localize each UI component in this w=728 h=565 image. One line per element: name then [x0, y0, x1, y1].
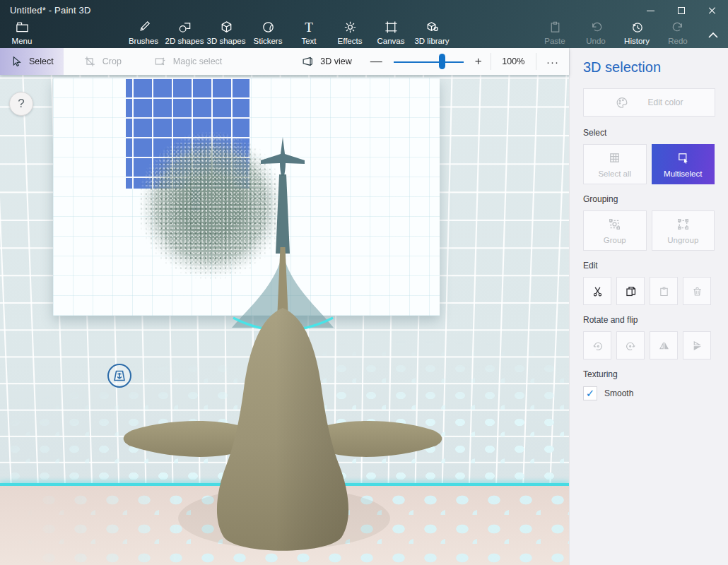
flip-horizontal-icon	[658, 340, 670, 352]
zoom-in-button[interactable]: +	[466, 54, 491, 69]
zoom-level-button[interactable]: 100%	[491, 56, 536, 66]
redo-icon	[671, 20, 686, 35]
tab-effects[interactable]: Effects	[328, 20, 372, 45]
titlebar: Untitled* - Paint 3D Menu Brushes 2D sha…	[0, 0, 728, 48]
2d-shapes-icon	[177, 20, 192, 35]
tab-3d-library[interactable]: 3D library	[410, 20, 454, 45]
redo-button[interactable]: Redo	[656, 20, 700, 45]
zoom-slider[interactable]	[391, 48, 466, 75]
flip-vertical-button[interactable]	[683, 331, 711, 359]
paste-button[interactable]: Paste	[533, 20, 577, 45]
blue-rectangle-tab	[192, 188, 200, 211]
3d-shapes-icon	[219, 20, 234, 35]
smooth-checkbox-row[interactable]: ✓ Smooth	[583, 386, 715, 400]
canvas-icon	[384, 20, 399, 35]
multiselect-icon	[676, 151, 690, 165]
crop-tool-button[interactable]: Crop	[74, 48, 131, 75]
panel-title: 3D selection	[583, 59, 715, 76]
menu-button[interactable]: Menu	[0, 20, 44, 45]
history-button[interactable]: History	[615, 20, 659, 45]
select-cursor-icon	[10, 55, 23, 68]
window-title: Untitled* - Paint 3D	[10, 5, 91, 16]
crop-icon	[83, 55, 96, 68]
canvas-viewport[interactable]: ?	[0, 75, 569, 565]
cut-scissors-icon	[592, 285, 604, 297]
texturing-heading: Texturing	[583, 369, 715, 379]
select-heading: Select	[583, 128, 715, 138]
smooth-label: Smooth	[604, 388, 633, 398]
blue-rectangle-drawing[interactable]	[126, 78, 249, 189]
3d-library-icon	[425, 20, 440, 35]
group-button[interactable]: Group	[583, 210, 647, 251]
workspace-floor	[0, 486, 569, 565]
maximize-icon	[678, 7, 685, 14]
history-icon	[630, 20, 645, 35]
collapse-ribbon-button[interactable]	[704, 27, 722, 42]
anchor-icon	[106, 362, 133, 389]
effects-icon	[343, 20, 358, 35]
tab-3d-shapes[interactable]: 3D shapes	[204, 20, 248, 45]
multiselect-button[interactable]: Multiselect	[652, 144, 715, 184]
select-tool-button[interactable]: Select	[0, 48, 64, 75]
chevron-up-icon	[708, 32, 718, 38]
grouping-heading: Grouping	[583, 194, 715, 204]
rotate-flip-heading: Rotate and flip	[583, 315, 715, 325]
rotate-left-button[interactable]	[583, 331, 611, 359]
magic-select-icon	[154, 55, 167, 68]
delete-button[interactable]	[683, 277, 711, 305]
tab-canvas[interactable]: Canvas	[369, 20, 413, 45]
ungroup-icon	[676, 218, 690, 231]
copy-button[interactable]	[616, 277, 645, 305]
paste-panel-button[interactable]	[650, 277, 678, 305]
copy-icon	[625, 285, 637, 297]
menu-icon	[15, 20, 30, 35]
view-mode-button[interactable]: 3D view	[291, 48, 361, 75]
3d-view-icon	[301, 55, 314, 68]
tab-2d-shapes[interactable]: 2D shapes	[163, 20, 206, 45]
minimize-icon	[647, 11, 654, 11]
flip-vertical-icon	[691, 340, 703, 352]
brush-icon	[136, 20, 151, 35]
help-button[interactable]: ?	[9, 92, 33, 116]
tab-stickers[interactable]: Stickers	[246, 20, 290, 45]
zoom-out-button[interactable]: —	[362, 54, 391, 69]
palette-icon	[615, 95, 629, 109]
paste-clipboard-icon	[658, 285, 670, 297]
edit-color-button[interactable]: Edit color	[583, 88, 715, 117]
edit-heading: Edit	[583, 261, 715, 270]
tab-brushes[interactable]: Brushes	[122, 20, 165, 45]
select-all-button[interactable]: Select all	[583, 144, 647, 184]
more-options-button[interactable]: ···	[536, 56, 569, 68]
tool-options-bar: Select Crop Magic select 3D view — + 100…	[0, 48, 569, 75]
trash-icon	[691, 285, 703, 297]
rotate-left-icon	[592, 340, 604, 352]
select-all-icon	[608, 151, 621, 165]
close-icon	[708, 6, 717, 15]
undo-button[interactable]: Undo	[574, 20, 618, 45]
check-icon: ✓	[586, 387, 595, 400]
paste-icon	[548, 20, 563, 35]
rotate-right-icon	[625, 340, 637, 352]
ungroup-button[interactable]: Ungroup	[652, 210, 715, 251]
halftone-dots-floor	[0, 486, 569, 565]
text-icon: T	[305, 20, 313, 35]
tab-text[interactable]: T Text	[287, 20, 331, 45]
cut-button[interactable]	[583, 277, 611, 305]
rotate-right-button[interactable]	[616, 331, 645, 359]
stickers-icon	[261, 20, 276, 35]
magic-select-button[interactable]: Magic select	[144, 48, 232, 75]
ribbon: Menu Brushes 2D shapes 3D shapes Sticker…	[0, 18, 728, 48]
3d-selection-panel: 3D selection Edit color Select Select al…	[569, 48, 728, 565]
question-mark-icon: ?	[18, 97, 24, 111]
undo-icon	[589, 20, 604, 35]
zoom-slider-thumb[interactable]	[439, 54, 445, 69]
flip-horizontal-button[interactable]	[650, 331, 678, 359]
object-anchor-button[interactable]	[106, 362, 133, 389]
smooth-checkbox[interactable]: ✓	[583, 386, 597, 400]
zoom-slider-track	[394, 61, 464, 63]
group-icon	[608, 218, 621, 231]
